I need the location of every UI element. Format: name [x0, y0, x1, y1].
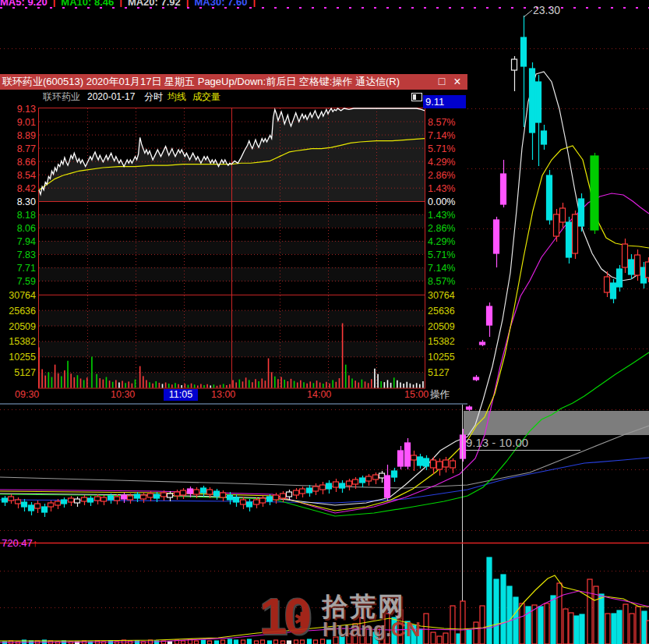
svg-text:25636: 25636 [428, 306, 455, 317]
svg-text:10255: 10255 [428, 352, 455, 363]
svg-text:8.54: 8.54 [17, 170, 36, 181]
svg-text:14:00: 14:00 [307, 389, 331, 400]
svg-text:7.14%: 7.14% [428, 263, 455, 274]
svg-text:0.00%: 0.00% [428, 196, 455, 207]
svg-text:7.71: 7.71 [17, 263, 36, 274]
svg-text:2.86%: 2.86% [428, 170, 455, 181]
stock-name: 联环药业 [43, 90, 80, 104]
volume-label[interactable]: 成交量 [192, 90, 220, 104]
daily-high-annotation: 23.30 [533, 4, 560, 16]
popup-title: 联环药业(600513) 2020年01月17日 星期五 PageUp/Down… [0, 76, 400, 87]
svg-text:4.29%: 4.29% [428, 236, 455, 247]
svg-text:5.71%: 5.71% [428, 249, 455, 260]
intraday-layers: 9.139.018.898.778.668.548.428.308.188.06… [9, 104, 455, 401]
svg-text:8.42: 8.42 [17, 183, 36, 194]
gear-icon: ✱ [294, 608, 310, 631]
svg-text:7.94: 7.94 [17, 236, 36, 247]
svg-text:7.14%: 7.14% [428, 130, 455, 141]
volume-value-text: 720.47 [2, 537, 33, 549]
watermark-domain-host: Huang. [323, 617, 391, 641]
svg-text:8.30: 8.30 [17, 196, 36, 207]
operate-button[interactable]: 操作 [430, 389, 450, 400]
svg-text:9.13: 9.13 [17, 104, 36, 115]
svg-text:8.66: 8.66 [17, 157, 36, 168]
svg-text:30764: 30764 [428, 290, 455, 301]
svg-text:8.57%: 8.57% [428, 117, 455, 128]
watermark-domain: Huang.CN [323, 617, 421, 642]
volume-up-arrow-icon: ↑ [33, 537, 38, 549]
svg-text:30764: 30764 [9, 290, 36, 301]
svg-text:15382: 15382 [428, 336, 455, 347]
svg-text:20509: 20509 [9, 321, 36, 332]
svg-text:2.86%: 2.86% [428, 223, 455, 234]
trade-date: 2020-01-17 [87, 90, 135, 104]
popup-info-bar: 联环药业 2020-01-17 分时 均线 成交量 [0, 90, 467, 104]
svg-text:15382: 15382 [9, 336, 36, 347]
svg-text:4.29%: 4.29% [428, 157, 455, 168]
tdx-screen: MA5: 9.20|MA10: 8.46|MA20: 7.92|MA30: 7.… [0, 0, 649, 644]
close-button[interactable]: × [450, 74, 464, 90]
svg-text:5127: 5127 [14, 367, 36, 378]
svg-text:8.06: 8.06 [17, 223, 36, 234]
svg-text:7.83: 7.83 [17, 249, 36, 260]
svg-text:8.57%: 8.57% [428, 276, 455, 287]
svg-text:09:30: 09:30 [15, 389, 39, 400]
svg-text:8.18: 8.18 [17, 210, 36, 221]
mini-window-icon[interactable] [411, 93, 422, 101]
svg-text:1.43%: 1.43% [428, 210, 455, 221]
svg-text:15:00: 15:00 [404, 389, 429, 400]
svg-text:8.77: 8.77 [17, 143, 36, 154]
svg-text:20509: 20509 [428, 321, 455, 332]
intraday-chart[interactable]: 9.139.018.898.778.668.548.428.308.188.06… [0, 104, 467, 405]
intraday-popup-window: 联环药业(600513) 2020年01月17日 星期五 PageUp/Down… [0, 74, 467, 405]
svg-text:1.43%: 1.43% [428, 183, 455, 194]
svg-text:9.01: 9.01 [17, 117, 36, 128]
watermark-logo: 10 ✱ 拾荒网 Huang.CN [259, 591, 439, 644]
watermark-domain-tld: CN [391, 617, 421, 641]
svg-text:13:00: 13:00 [211, 389, 235, 400]
gap-range-annotation: 9.13 - 10.00 [466, 436, 528, 449]
view-mode-label[interactable]: 分时 [144, 90, 163, 104]
svg-text:11:05: 11:05 [169, 389, 192, 400]
svg-text:8.89: 8.89 [17, 130, 36, 141]
avg-line-label[interactable]: 均线 [168, 90, 186, 104]
popup-title-bar[interactable]: 联环药业(600513) 2020年01月17日 星期五 PageUp/Down… [0, 74, 467, 90]
svg-text:7.59: 7.59 [17, 276, 36, 287]
svg-text:10255: 10255 [9, 352, 36, 363]
svg-text:5127: 5127 [428, 367, 450, 378]
maximize-button[interactable]: □ [435, 74, 449, 90]
svg-text:10:30: 10:30 [111, 389, 135, 400]
svg-text:5.71%: 5.71% [428, 143, 455, 154]
last-price-badge: 9.11 [423, 95, 466, 108]
volume-pane-value: 720.47↑ [2, 537, 37, 549]
svg-text:25636: 25636 [9, 306, 36, 317]
